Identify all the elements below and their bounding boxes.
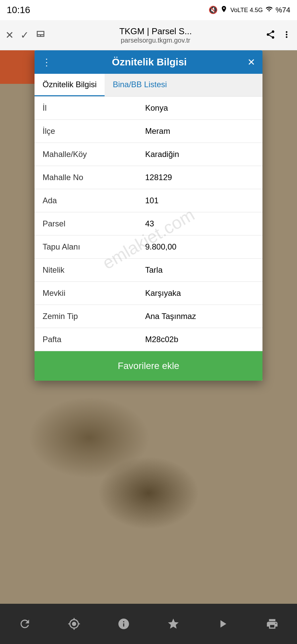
print-icon[interactable] bbox=[266, 618, 279, 630]
modal-menu-icon[interactable]: ⋮ bbox=[42, 57, 51, 68]
data-table: İlKonyaİlçeMeramMahalle/KöyKaradiğinMaha… bbox=[35, 97, 262, 351]
share-icon[interactable] bbox=[265, 30, 276, 41]
browser-bar: ✕ ✓ TKGM | Parsel S... parselsorgu.tkgm.… bbox=[0, 20, 297, 50]
bottom-toolbar bbox=[0, 604, 297, 644]
modal-close-button[interactable]: ✕ bbox=[247, 57, 255, 68]
table-row: Mahalle No128129 bbox=[35, 166, 262, 189]
table-cell-value: Tarla bbox=[137, 259, 262, 282]
location-icon bbox=[220, 5, 228, 15]
star-icon[interactable] bbox=[167, 618, 180, 630]
modal-dialog: ⋮ Öznitelik Bilgisi ✕ Öznitelik Bilgisi … bbox=[35, 50, 262, 381]
arrow-right-icon[interactable] bbox=[216, 618, 229, 630]
table-cell-value: Karadiğin bbox=[137, 143, 262, 166]
table-cell-label: İlçe bbox=[35, 120, 137, 143]
refresh-icon[interactable] bbox=[18, 618, 31, 630]
tab-bina-bb-listesi[interactable]: Bina/BB Listesi bbox=[105, 74, 175, 96]
table-row: Parsel43 bbox=[35, 212, 262, 235]
modal-header: ⋮ Öznitelik Bilgisi ✕ bbox=[35, 50, 262, 74]
crosshair-icon[interactable] bbox=[68, 618, 80, 630]
table-row: Tapu Alanı9.800,00 bbox=[35, 235, 262, 259]
table-cell-value: Meram bbox=[137, 120, 262, 143]
table-row: NitelikTarla bbox=[35, 259, 262, 282]
table-cell-label: Mevkii bbox=[35, 282, 137, 305]
browser-title-area: TKGM | Parsel S... parselsorgu.tkgm.gov.… bbox=[52, 26, 259, 44]
browser-title: TKGM | Parsel S... bbox=[119, 26, 192, 37]
table-row: PaftaM28c02b bbox=[35, 328, 262, 351]
more-options-icon[interactable] bbox=[282, 30, 292, 41]
table-cell-label: Pafta bbox=[35, 328, 137, 351]
table-cell-value: 128129 bbox=[137, 166, 262, 189]
table-row: Mahalle/KöyKaradiğin bbox=[35, 143, 262, 166]
table-cell-value: Ana Taşınmaz bbox=[137, 305, 262, 328]
battery-icon: %74 bbox=[276, 6, 290, 14]
browser-url: parselsorgu.tkgm.gov.tr bbox=[121, 37, 190, 44]
table-cell-label: İl bbox=[35, 97, 137, 120]
table-cell-value: 43 bbox=[137, 212, 262, 235]
table-row: İlKonya bbox=[35, 97, 262, 120]
table-cell-value: 9.800,00 bbox=[137, 235, 262, 259]
status-icons: 🔇 VoLTE 4.5G %74 bbox=[209, 5, 290, 15]
table-row: Zemin TipAna Taşınmaz bbox=[35, 305, 262, 328]
table-row: Ada101 bbox=[35, 189, 262, 212]
mute-icon: 🔇 bbox=[209, 6, 218, 14]
table-cell-value: 101 bbox=[137, 189, 262, 212]
browser-actions bbox=[265, 30, 292, 41]
table-cell-label: Nitelik bbox=[35, 259, 137, 282]
tab-oznitelik-bilgisi[interactable]: Öznitelik Bilgisi bbox=[35, 74, 105, 96]
modal-tabs: Öznitelik Bilgisi Bina/BB Listesi bbox=[35, 74, 262, 97]
table-cell-label: Ada bbox=[35, 189, 137, 212]
table-cell-label: Mahalle/Köy bbox=[35, 143, 137, 166]
info-icon[interactable] bbox=[117, 618, 130, 630]
table-cell-value: Konya bbox=[137, 97, 262, 120]
modal-title: Öznitelik Bilgisi bbox=[112, 56, 187, 68]
table-cell-label: Tapu Alanı bbox=[35, 235, 137, 259]
back-button[interactable]: ✕ bbox=[5, 29, 14, 41]
signal-icon: VoLTE 4.5G bbox=[230, 7, 263, 14]
tabs-button[interactable] bbox=[36, 29, 46, 41]
table-cell-label: Mahalle No bbox=[35, 166, 137, 189]
table-cell-label: Zemin Tip bbox=[35, 305, 137, 328]
favorites-button[interactable]: Favorilere ekle bbox=[35, 351, 262, 381]
status-bar: 10:16 🔇 VoLTE 4.5G %74 bbox=[0, 0, 297, 20]
forward-button[interactable]: ✓ bbox=[20, 29, 29, 41]
table-row: İlçeMeram bbox=[35, 120, 262, 143]
status-time: 10:16 bbox=[7, 5, 30, 15]
modal-overlay: ⋮ Öznitelik Bilgisi ✕ Öznitelik Bilgisi … bbox=[0, 50, 297, 604]
table-cell-value: M28c02b bbox=[137, 328, 262, 351]
network-bars-icon bbox=[265, 5, 273, 15]
table-cell-value: Karşıyaka bbox=[137, 282, 262, 305]
table-row: MevkiiKarşıyaka bbox=[35, 282, 262, 305]
table-cell-label: Parsel bbox=[35, 212, 137, 235]
modal-content: emlakjet.com İlKonyaİlçeMeramMahalle/Köy… bbox=[35, 97, 262, 381]
